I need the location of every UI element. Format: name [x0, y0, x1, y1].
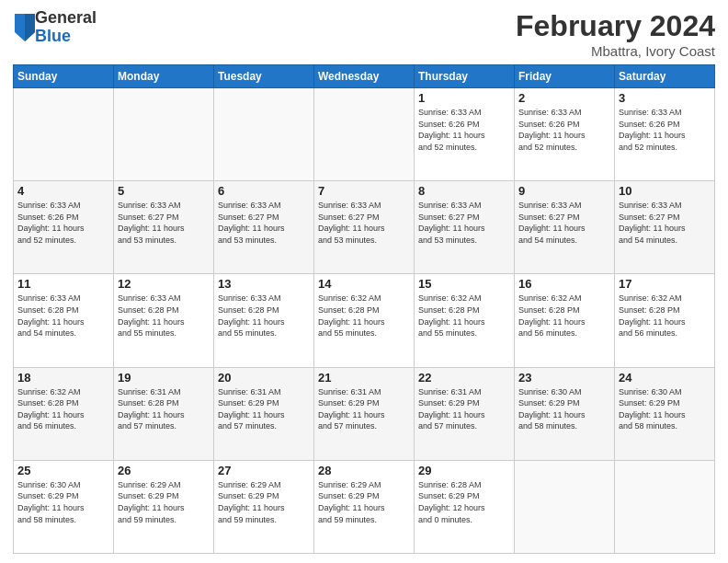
col-friday: Friday [515, 65, 615, 88]
logo-text: General Blue [35, 9, 97, 46]
day-number: 29 [418, 464, 510, 477]
day-info: Sunrise: 6:33 AM Sunset: 6:28 PM Dayligh… [218, 293, 310, 339]
day-number: 27 [218, 464, 310, 477]
col-thursday: Thursday [415, 65, 515, 88]
day-number: 24 [619, 371, 711, 385]
day-info: Sunrise: 6:33 AM Sunset: 6:26 PM Dayligh… [17, 200, 109, 246]
day-info: Sunrise: 6:30 AM Sunset: 6:29 PM Dayligh… [518, 386, 610, 432]
day-number: 13 [218, 277, 310, 291]
table-row: 2Sunrise: 6:33 AM Sunset: 6:26 PM Daylig… [515, 88, 615, 181]
day-number: 6 [218, 184, 310, 198]
table-row: 12Sunrise: 6:33 AM Sunset: 6:28 PM Dayli… [114, 274, 214, 367]
logo-general: General [35, 9, 97, 28]
calendar-week-row: 4Sunrise: 6:33 AM Sunset: 6:26 PM Daylig… [14, 181, 715, 274]
table-row: 7Sunrise: 6:33 AM Sunset: 6:27 PM Daylig… [314, 181, 415, 274]
col-wednesday: Wednesday [314, 65, 415, 88]
table-row: 27Sunrise: 6:29 AM Sunset: 6:29 PM Dayli… [214, 460, 314, 553]
table-row: 19Sunrise: 6:31 AM Sunset: 6:28 PM Dayli… [114, 367, 214, 460]
day-number: 4 [17, 184, 109, 198]
day-info: Sunrise: 6:33 AM Sunset: 6:27 PM Dayligh… [619, 200, 711, 246]
table-row: 18Sunrise: 6:32 AM Sunset: 6:28 PM Dayli… [14, 367, 114, 460]
table-row [114, 88, 214, 181]
calendar-week-row: 11Sunrise: 6:33 AM Sunset: 6:28 PM Dayli… [14, 274, 715, 367]
day-info: Sunrise: 6:30 AM Sunset: 6:29 PM Dayligh… [17, 479, 109, 525]
table-row [515, 460, 615, 553]
table-row: 3Sunrise: 6:33 AM Sunset: 6:26 PM Daylig… [615, 88, 715, 181]
table-row: 29Sunrise: 6:28 AM Sunset: 6:29 PM Dayli… [415, 460, 515, 553]
generalblue-logo-icon [15, 14, 35, 41]
calendar-table: Sunday Monday Tuesday Wednesday Thursday… [13, 64, 715, 554]
table-row: 5Sunrise: 6:33 AM Sunset: 6:27 PM Daylig… [114, 181, 214, 274]
col-saturday: Saturday [615, 65, 715, 88]
day-number: 25 [17, 464, 109, 477]
col-sunday: Sunday [14, 65, 114, 88]
day-info: Sunrise: 6:32 AM Sunset: 6:28 PM Dayligh… [619, 293, 711, 339]
table-row: 4Sunrise: 6:33 AM Sunset: 6:26 PM Daylig… [14, 181, 114, 274]
day-number: 19 [118, 371, 210, 385]
calendar-week-row: 18Sunrise: 6:32 AM Sunset: 6:28 PM Dayli… [14, 367, 715, 460]
table-row: 23Sunrise: 6:30 AM Sunset: 6:29 PM Dayli… [515, 367, 615, 460]
day-number: 22 [418, 371, 510, 385]
day-number: 2 [518, 91, 610, 105]
day-number: 23 [518, 371, 610, 385]
day-number: 7 [318, 184, 410, 198]
day-number: 15 [418, 277, 510, 291]
day-info: Sunrise: 6:29 AM Sunset: 6:29 PM Dayligh… [218, 479, 310, 525]
title-block: February 2024 Mbattra, Ivory Coast [516, 9, 715, 59]
day-number: 14 [318, 277, 410, 291]
day-number: 20 [218, 371, 310, 385]
day-info: Sunrise: 6:33 AM Sunset: 6:26 PM Dayligh… [619, 107, 711, 153]
day-number: 12 [118, 277, 210, 291]
day-info: Sunrise: 6:29 AM Sunset: 6:29 PM Dayligh… [318, 479, 410, 525]
day-number: 18 [17, 371, 109, 385]
day-info: Sunrise: 6:31 AM Sunset: 6:28 PM Dayligh… [118, 386, 210, 432]
day-info: Sunrise: 6:32 AM Sunset: 6:28 PM Dayligh… [418, 293, 510, 339]
day-info: Sunrise: 6:32 AM Sunset: 6:28 PM Dayligh… [318, 293, 410, 339]
day-info: Sunrise: 6:33 AM Sunset: 6:27 PM Dayligh… [118, 200, 210, 246]
day-info: Sunrise: 6:33 AM Sunset: 6:28 PM Dayligh… [17, 293, 109, 339]
day-number: 17 [619, 277, 711, 291]
table-row: 22Sunrise: 6:31 AM Sunset: 6:29 PM Dayli… [415, 367, 515, 460]
title-location: Mbattra, Ivory Coast [516, 43, 715, 59]
table-row: 10Sunrise: 6:33 AM Sunset: 6:27 PM Dayli… [615, 181, 715, 274]
table-row: 17Sunrise: 6:32 AM Sunset: 6:28 PM Dayli… [615, 274, 715, 367]
day-number: 5 [118, 184, 210, 198]
day-info: Sunrise: 6:31 AM Sunset: 6:29 PM Dayligh… [418, 386, 510, 432]
day-number: 3 [619, 91, 711, 105]
day-info: Sunrise: 6:33 AM Sunset: 6:26 PM Dayligh… [418, 107, 510, 153]
svg-marker-1 [25, 14, 35, 41]
day-info: Sunrise: 6:33 AM Sunset: 6:27 PM Dayligh… [218, 200, 310, 246]
calendar-week-row: 25Sunrise: 6:30 AM Sunset: 6:29 PM Dayli… [14, 460, 715, 553]
day-info: Sunrise: 6:33 AM Sunset: 6:26 PM Dayligh… [518, 107, 610, 153]
calendar-week-row: 1Sunrise: 6:33 AM Sunset: 6:26 PM Daylig… [14, 88, 715, 181]
day-info: Sunrise: 6:31 AM Sunset: 6:29 PM Dayligh… [218, 386, 310, 432]
title-month: February 2024 [516, 9, 715, 43]
table-row [314, 88, 415, 181]
day-number: 16 [518, 277, 610, 291]
day-info: Sunrise: 6:33 AM Sunset: 6:27 PM Dayligh… [318, 200, 410, 246]
day-number: 11 [17, 277, 109, 291]
day-number: 9 [518, 184, 610, 198]
day-info: Sunrise: 6:33 AM Sunset: 6:27 PM Dayligh… [418, 200, 510, 246]
table-row [615, 460, 715, 553]
table-row: 25Sunrise: 6:30 AM Sunset: 6:29 PM Dayli… [14, 460, 114, 553]
day-number: 26 [118, 464, 210, 477]
table-row: 15Sunrise: 6:32 AM Sunset: 6:28 PM Dayli… [415, 274, 515, 367]
col-tuesday: Tuesday [214, 65, 314, 88]
table-row: 21Sunrise: 6:31 AM Sunset: 6:29 PM Dayli… [314, 367, 415, 460]
day-info: Sunrise: 6:32 AM Sunset: 6:28 PM Dayligh… [518, 293, 610, 339]
day-number: 8 [418, 184, 510, 198]
table-row [14, 88, 114, 181]
table-row: 11Sunrise: 6:33 AM Sunset: 6:28 PM Dayli… [14, 274, 114, 367]
day-info: Sunrise: 6:28 AM Sunset: 6:29 PM Dayligh… [418, 479, 510, 525]
table-row: 8Sunrise: 6:33 AM Sunset: 6:27 PM Daylig… [415, 181, 515, 274]
header: General Blue February 2024 Mbattra, Ivor… [13, 9, 715, 59]
logo: General Blue [13, 9, 97, 46]
day-info: Sunrise: 6:33 AM Sunset: 6:28 PM Dayligh… [118, 293, 210, 339]
day-number: 1 [418, 91, 510, 105]
table-row: 9Sunrise: 6:33 AM Sunset: 6:27 PM Daylig… [515, 181, 615, 274]
table-row: 14Sunrise: 6:32 AM Sunset: 6:28 PM Dayli… [314, 274, 415, 367]
day-info: Sunrise: 6:30 AM Sunset: 6:29 PM Dayligh… [619, 386, 711, 432]
table-row: 20Sunrise: 6:31 AM Sunset: 6:29 PM Dayli… [214, 367, 314, 460]
table-row: 28Sunrise: 6:29 AM Sunset: 6:29 PM Dayli… [314, 460, 415, 553]
